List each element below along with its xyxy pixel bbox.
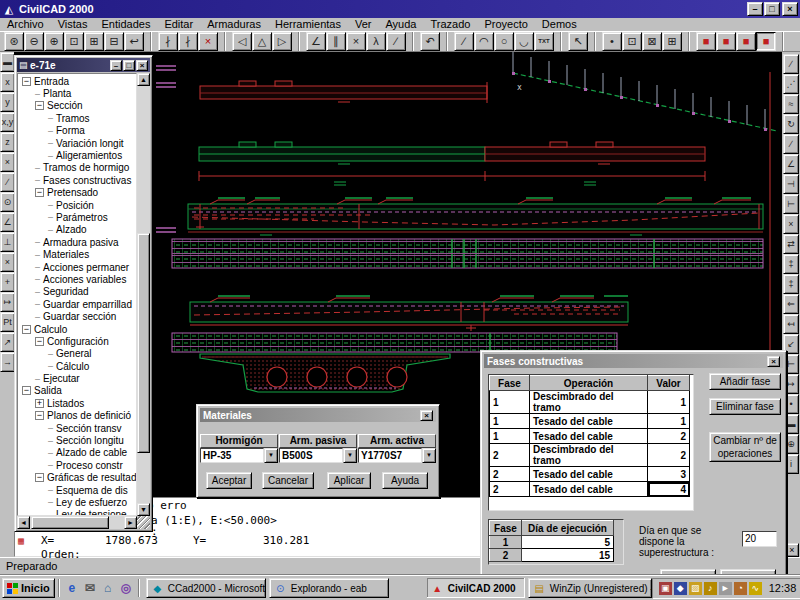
dias-row[interactable]: 215 xyxy=(490,549,614,562)
scroll-right-button[interactable]: ► xyxy=(124,516,137,529)
menu-archivo[interactable]: Archivo xyxy=(0,18,51,31)
line-icon[interactable]: ∕ xyxy=(386,32,406,51)
dropdown-arrow-icon[interactable]: ▼ xyxy=(264,448,278,463)
collapse-icon[interactable]: − xyxy=(35,188,44,197)
ops-row[interactable]: 2Tesado del cable4 xyxy=(490,482,690,497)
zoom-window-icon[interactable]: ⊡ xyxy=(64,32,84,51)
menu-vistas[interactable]: Vistas xyxy=(51,18,95,31)
start-button[interactable]: Inicio xyxy=(2,578,55,598)
vertical-scroll-thumb[interactable] xyxy=(137,233,150,453)
ops-cell[interactable]: 1 xyxy=(490,414,530,429)
named-views-icon[interactable]: ⊟ xyxy=(104,32,124,51)
collapse-icon[interactable]: − xyxy=(22,386,31,395)
menu-editar[interactable]: Editar xyxy=(157,18,200,31)
dashed-line-icon[interactable]: ⋰ xyxy=(783,74,799,94)
collapse-icon[interactable]: − xyxy=(35,473,44,482)
dias-row[interactable]: 15 xyxy=(490,536,614,549)
snap-arrow-icon[interactable]: ↗ xyxy=(0,332,15,352)
material-select-arm-pasiva[interactable]: B500S▼ xyxy=(279,448,357,463)
collapse-icon[interactable]: − xyxy=(22,77,31,86)
task-visual-studio[interactable]: ◆CCad2000 - Microsoft Visu... xyxy=(146,578,266,598)
tree-item-proceso-constr[interactable]: –Proceso constr xyxy=(18,459,136,471)
tree-item-secci-n-transv[interactable]: –Sección transv xyxy=(18,422,136,434)
material-select-hormigon[interactable]: HP-35▼ xyxy=(200,448,278,463)
menu-ver[interactable]: Ver xyxy=(348,18,379,31)
scroll-left-button[interactable]: ◄ xyxy=(17,516,30,529)
menu-proyecto[interactable]: Proyecto xyxy=(477,18,534,31)
ops-cell[interactable]: 2 xyxy=(490,467,530,482)
tree-item-fases-constructivas[interactable]: –Fases constructivas xyxy=(18,174,136,186)
minimize-button[interactable]: – xyxy=(747,2,763,16)
task-civilcad[interactable]: ▲CivilCAD 2000 xyxy=(427,578,525,598)
menu-ayuda[interactable]: Ayuda xyxy=(378,18,423,31)
tree-title-bar[interactable]: ▤ e-71e – □ × xyxy=(17,58,150,72)
tree-item-esquema-de-dis[interactable]: –Esquema de dis xyxy=(18,484,136,496)
channels-icon[interactable]: ◎ xyxy=(117,579,135,597)
tree-item-acciones-variables[interactable]: –Acciones variables xyxy=(18,273,136,285)
pointer-icon[interactable]: ► xyxy=(719,582,732,595)
tree-close-button[interactable]: × xyxy=(136,60,148,71)
tree-item-alzado[interactable]: –Alzado xyxy=(18,224,136,236)
solid-shaded-icon[interactable]: ■ xyxy=(756,32,776,51)
trim-right-icon[interactable]: ⊢ xyxy=(783,194,799,214)
task-explorer[interactable]: ⊙Explorando - eab xyxy=(269,578,389,598)
fases-title-bar[interactable]: Fases constructivas × xyxy=(484,354,783,368)
coord-y-icon[interactable]: y xyxy=(0,92,15,112)
tree-item-guardar-emparrillad[interactable]: –Guardar emparrillad xyxy=(18,298,136,310)
line-tool-icon[interactable]: ∕ xyxy=(783,54,799,74)
dropdown-arrow-icon[interactable]: ▼ xyxy=(343,448,357,463)
internet-explorer-icon[interactable]: e xyxy=(63,579,81,597)
tree-item-entrada[interactable]: −Entrada xyxy=(18,75,136,87)
menu-herramientas[interactable]: Herramientas xyxy=(268,18,348,31)
tree-item-alzado-de-cable[interactable]: –Alzado de cable xyxy=(18,447,136,459)
snap-end-icon[interactable]: → xyxy=(0,352,15,372)
menu-trazado[interactable]: Trazado xyxy=(423,18,477,31)
menu-entidades[interactable]: Entidades xyxy=(94,18,157,31)
mirror-up-icon[interactable]: △ xyxy=(252,32,272,51)
operaciones-table[interactable]: FaseOperaciónValor1Descimbrado del tramo… xyxy=(489,375,690,497)
snap-intersection-icon[interactable]: ∠ xyxy=(0,212,15,232)
mirror-right-icon[interactable]: ▷ xyxy=(272,32,292,51)
task-winzip[interactable]: ▤WinZip (Unregistered) - e-7... xyxy=(528,578,652,598)
slope-icon[interactable]: ∕ xyxy=(783,134,799,154)
undo-icon[interactable]: ↶ xyxy=(420,32,440,51)
zoom-in-icon[interactable]: ⊕ xyxy=(44,32,64,51)
ops-cell[interactable]: Tesado del cable xyxy=(530,467,648,482)
ops-row[interactable]: 1Tesado del cable1 xyxy=(490,414,690,429)
tree-horizontal-scrollbar[interactable]: ◄ ► xyxy=(17,516,137,529)
desktop-icon[interactable]: ⌂ xyxy=(99,579,117,597)
arrow-bar-icon[interactable]: ↤ xyxy=(783,314,799,334)
ops-cell[interactable]: 2 xyxy=(648,429,690,444)
project-tree[interactable]: −Entrada–Planta−Sección–Tramos–Forma–Var… xyxy=(17,73,137,516)
hatch-icon[interactable]: ≈ xyxy=(783,94,799,114)
tree-item-configuraci-n[interactable]: −Configuración xyxy=(18,335,136,347)
join-icon[interactable]: ‡ xyxy=(783,254,799,274)
curve-icon[interactable]: ◡ xyxy=(514,32,534,51)
close-button[interactable]: × xyxy=(782,2,798,16)
anadir-fase-button[interactable]: Añadir fase xyxy=(709,373,781,390)
dias-day-cell[interactable]: 15 xyxy=(522,549,614,562)
ops-cell[interactable]: 2 xyxy=(490,444,530,467)
command-prompt[interactable]: Orden: xyxy=(41,548,81,561)
ops-row[interactable]: 1Descimbrado del tramo1 xyxy=(490,391,690,414)
tree-item-c-lculo[interactable]: –Cálculo xyxy=(18,360,136,372)
snap-move-icon[interactable]: + xyxy=(0,272,15,292)
tree-item-planos-de-definici-[interactable]: −Planos de definició xyxy=(18,410,136,422)
tree-item-ejecutar[interactable]: –Ejecutar xyxy=(18,372,136,384)
pen-icon[interactable]: ∿ xyxy=(749,582,762,595)
resize-grip[interactable] xyxy=(137,516,150,529)
delete-vertex-icon[interactable]: × xyxy=(198,32,218,51)
solid-hidden-icon[interactable]: ■ xyxy=(736,32,756,51)
dias-table[interactable]: FaseDía de ejecución15215 xyxy=(489,520,614,562)
divide-segment-icon[interactable]: ∤ xyxy=(178,32,198,51)
eliminar-fase-button[interactable]: Eliminar fase xyxy=(709,398,781,415)
ops-cell[interactable]: 3 xyxy=(648,467,690,482)
tree-item-forma[interactable]: –Forma xyxy=(18,125,136,137)
materiales-close-button[interactable]: × xyxy=(420,410,433,421)
angle-tool-icon[interactable]: ∠ xyxy=(783,154,799,174)
tree-item-calculo[interactable]: −Calculo xyxy=(18,323,136,335)
mirror-left-icon[interactable]: ◁ xyxy=(232,32,252,51)
snap-none-icon[interactable]: × xyxy=(0,152,15,172)
solid-edges-icon[interactable]: ■ xyxy=(716,32,736,51)
solid-box-icon[interactable]: ■ xyxy=(696,32,716,51)
